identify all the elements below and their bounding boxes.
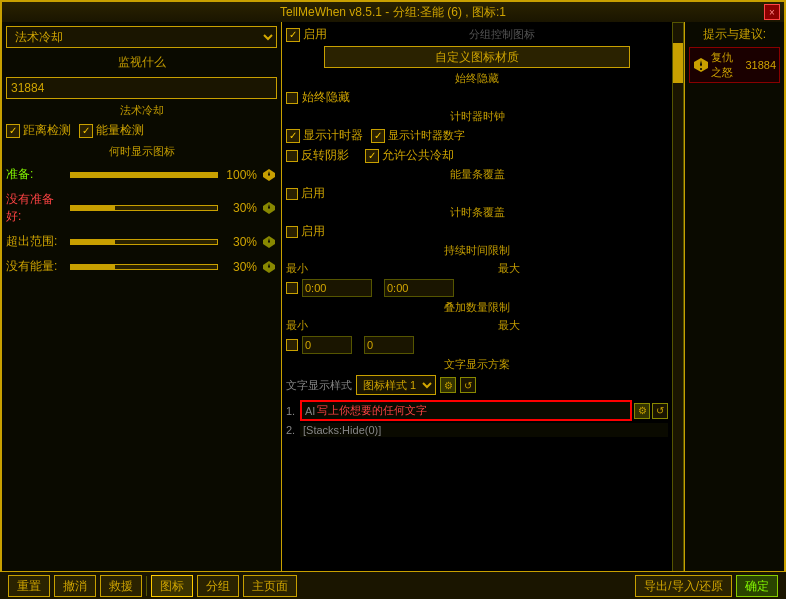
always-hide-section-label: 始终隐藏	[286, 71, 668, 86]
not-ready-label: 没有准备好:	[6, 191, 66, 225]
timer-enable-label: 启用	[301, 223, 325, 240]
main-window: 法术冷却 监视什么 法术冷却 距离检测 能量检测 何时显示图标 准备: 100%	[0, 22, 786, 599]
entry-1-reset[interactable]: ↺	[652, 403, 668, 419]
reverse-shadow-checkbox[interactable]	[286, 150, 298, 162]
export-btn[interactable]: 导出/导入/还原	[635, 575, 732, 597]
reset-btn[interactable]: 重置	[8, 575, 50, 597]
energy-checkbox[interactable]	[79, 124, 93, 138]
entry-1-text: 写上你想要的任何文字	[317, 403, 427, 418]
confirm-btn[interactable]: 确定	[736, 575, 778, 597]
not-ready-icon	[261, 200, 277, 216]
entry-1-content[interactable]: AI 写上你想要的任何文字	[300, 400, 632, 421]
left-panel: 法术冷却 监视什么 法术冷却 距离检测 能量检测 何时显示图标 准备: 100%	[2, 22, 282, 597]
distance-label: 距离检测	[23, 122, 71, 139]
duration-min-input[interactable]	[302, 279, 372, 297]
out-range-icon	[261, 234, 277, 250]
text-entry-1: 1. AI 写上你想要的任何文字 ⚙ ↺	[286, 400, 668, 421]
timer-overlay-label: 计时条覆盖	[286, 205, 668, 220]
not-ready-value: 30%	[222, 201, 257, 215]
show-timer-label: 显示计时器	[303, 127, 363, 144]
allow-public-cd-label: 允许公共冷却	[382, 147, 454, 164]
energy-overlay-label: 能量条覆盖	[286, 167, 668, 182]
always-hide-checkbox[interactable]	[286, 92, 298, 104]
group-control-label: 分组控制图标	[469, 28, 535, 40]
right-scrollbar[interactable]	[672, 22, 684, 597]
stack-min-input[interactable]	[302, 336, 352, 354]
close-button[interactable]: ×	[764, 4, 780, 20]
energy-enable-label: 启用	[301, 185, 325, 202]
entry-1-ai: AI	[305, 405, 315, 417]
right-content: 启用 分组控制图标 自定义图标材质 始终隐藏 始终隐藏 计时器时钟	[282, 22, 784, 597]
bottom-bar: 重置 撤消 救援 图标 分组 主页面 导出/导入/还原 确定	[0, 571, 786, 599]
show-timer-checkbox[interactable]	[286, 129, 300, 143]
stack-labels-row: 最小 最大	[286, 318, 668, 333]
spell-label: 法术冷却	[6, 103, 277, 118]
tips-item-icon	[693, 57, 709, 73]
ready-slider[interactable]	[70, 172, 218, 178]
no-energy-label: 没有能量:	[6, 258, 66, 275]
duration-max-label: 最大	[350, 261, 668, 276]
entry-1-gear[interactable]: ⚙	[634, 403, 650, 419]
scrollbar-thumb[interactable]	[673, 43, 683, 83]
show-timer-item: 显示计时器	[286, 127, 363, 144]
always-hide-row: 始终隐藏	[286, 89, 668, 106]
group-tab-btn[interactable]: 分组	[197, 575, 239, 597]
icon-tab-btn[interactable]: 图标	[151, 575, 193, 597]
top-row: 启用 分组控制图标	[286, 26, 668, 43]
entry-2-content[interactable]: [Stacks:Hide(0)]	[300, 423, 668, 437]
stack-min-checkbox[interactable]	[286, 339, 298, 351]
energy-check-item: 能量检测	[79, 122, 144, 139]
title-bar: TellMeWhen v8.5.1 - 分组:圣能 (6) , 图标:1 ×	[0, 0, 786, 22]
custom-material-btn[interactable]: 自定义图标材质	[324, 46, 630, 68]
stack-min-label: 最小	[286, 318, 346, 333]
enable-checkbox[interactable]	[286, 28, 300, 42]
svg-point-10	[700, 68, 702, 70]
energy-label: 能量检测	[96, 122, 144, 139]
duration-max-input[interactable]	[384, 279, 454, 297]
out-range-slider[interactable]	[70, 239, 218, 245]
show-timer-num-checkbox[interactable]	[371, 129, 385, 143]
gear-icon-btn[interactable]: ⚙	[440, 377, 456, 393]
duration-min-checkbox[interactable]	[286, 282, 298, 294]
timer-enable-checkbox[interactable]	[286, 226, 298, 238]
stack-max-input[interactable]	[364, 336, 414, 354]
detection-row: 距离检测 能量检测	[6, 122, 277, 139]
duration-inputs-row	[286, 279, 668, 297]
timer-enable-item: 启用	[286, 223, 668, 240]
ready-row: 准备: 100%	[6, 166, 277, 183]
right-main: 启用 分组控制图标 自定义图标材质 始终隐藏 始终隐藏 计时器时钟	[282, 22, 672, 597]
text-style-label: 文字显示样式	[286, 378, 352, 393]
allow-public-cd-checkbox[interactable]	[365, 149, 379, 163]
distance-checkbox[interactable]	[6, 124, 20, 138]
show-timer-num-label: 显示计时器数字	[388, 128, 465, 143]
enable-item: 启用	[286, 26, 327, 43]
monitor-input[interactable]	[6, 77, 277, 99]
spell-dropdown[interactable]: 法术冷却	[6, 26, 277, 48]
entry-2-text: [Stacks:Hide(0)]	[303, 424, 381, 436]
tips-sidebar: 提示与建议: 复仇之怒 31884	[684, 22, 784, 597]
enable-label: 启用	[303, 26, 327, 43]
text-style-select[interactable]: 图标样式 1	[356, 375, 436, 395]
out-range-label: 超出范围:	[6, 233, 66, 250]
timer-row2: 反转阴影 允许公共冷却	[286, 147, 668, 164]
tips-title: 提示与建议:	[689, 26, 780, 43]
text-entry-list: 1. AI 写上你想要的任何文字 ⚙ ↺ 2. [Stacks:Hide(0)]	[286, 400, 668, 437]
text-display-section-label: 文字显示方案	[286, 357, 668, 372]
no-energy-slider[interactable]	[70, 264, 218, 270]
no-energy-row: 没有能量: 30%	[6, 258, 277, 275]
entry-1-num: 1.	[286, 405, 298, 417]
energy-enable-checkbox[interactable]	[286, 188, 298, 200]
duration-min-max-labels: 最小 最大	[286, 261, 668, 276]
tips-item-value: 31884	[745, 59, 776, 71]
energy-enable-item: 启用	[286, 185, 668, 202]
title-text: TellMeWhen v8.5.1 - 分组:圣能 (6) , 图标:1	[280, 4, 506, 21]
not-ready-row: 没有准备好: 30%	[6, 191, 277, 225]
rescue-btn[interactable]: 救援	[100, 575, 142, 597]
home-tab-btn[interactable]: 主页面	[243, 575, 297, 597]
custom-material-row: 自定义图标材质	[286, 46, 668, 68]
not-ready-slider[interactable]	[70, 205, 218, 211]
separator-1	[146, 576, 147, 596]
reset-icon-btn[interactable]: ↺	[460, 377, 476, 393]
undo-btn[interactable]: 撤消	[54, 575, 96, 597]
right-tab-group: 图标 分组 主页面	[151, 575, 297, 597]
